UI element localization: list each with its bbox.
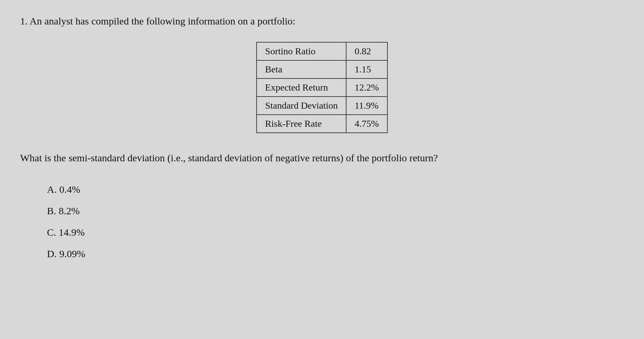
table-cell-value: 12.2% xyxy=(346,78,387,97)
page-content: 1. An analyst has compiled the following… xyxy=(20,13,624,265)
portfolio-table: Sortino Ratio0.82Beta1.15Expected Return… xyxy=(256,42,387,133)
table-cell-label: Expected Return xyxy=(257,78,346,97)
table-cell-label: Sortino Ratio xyxy=(257,42,346,60)
answer-choice: A. 0.4% xyxy=(47,179,624,200)
table-cell-label: Standard Deviation xyxy=(257,97,346,115)
question-intro-text: An analyst has compiled the following in… xyxy=(30,15,295,26)
table-cell-value: 0.82 xyxy=(346,42,387,60)
table-row: Risk-Free Rate4.75% xyxy=(257,115,387,133)
table-cell-label: Beta xyxy=(257,60,346,78)
table-row: Beta1.15 xyxy=(257,60,387,78)
answer-choices-list: A. 0.4%B. 8.2%C. 14.9%D. 9.09% xyxy=(20,179,624,264)
table-wrapper: Sortino Ratio0.82Beta1.15Expected Return… xyxy=(20,42,624,133)
table-cell-label: Risk-Free Rate xyxy=(257,115,346,133)
table-row: Standard Deviation11.9% xyxy=(257,97,387,115)
follow-up-text: What is the semi-standard deviation (i.e… xyxy=(20,152,438,163)
table-row: Expected Return12.2% xyxy=(257,78,387,97)
table-cell-value: 1.15 xyxy=(346,60,387,78)
answer-choice: C. 14.9% xyxy=(47,222,624,242)
table-cell-value: 11.9% xyxy=(346,97,387,115)
question-intro: 1. An analyst has compiled the following… xyxy=(20,13,624,29)
table-cell-value: 4.75% xyxy=(346,115,387,133)
answer-choice: B. 8.2% xyxy=(47,201,624,221)
answer-choice: D. 9.09% xyxy=(47,244,624,264)
question-number: 1. xyxy=(20,15,28,26)
follow-up-question: What is the semi-standard deviation (i.e… xyxy=(20,150,624,166)
table-row: Sortino Ratio0.82 xyxy=(257,42,387,60)
